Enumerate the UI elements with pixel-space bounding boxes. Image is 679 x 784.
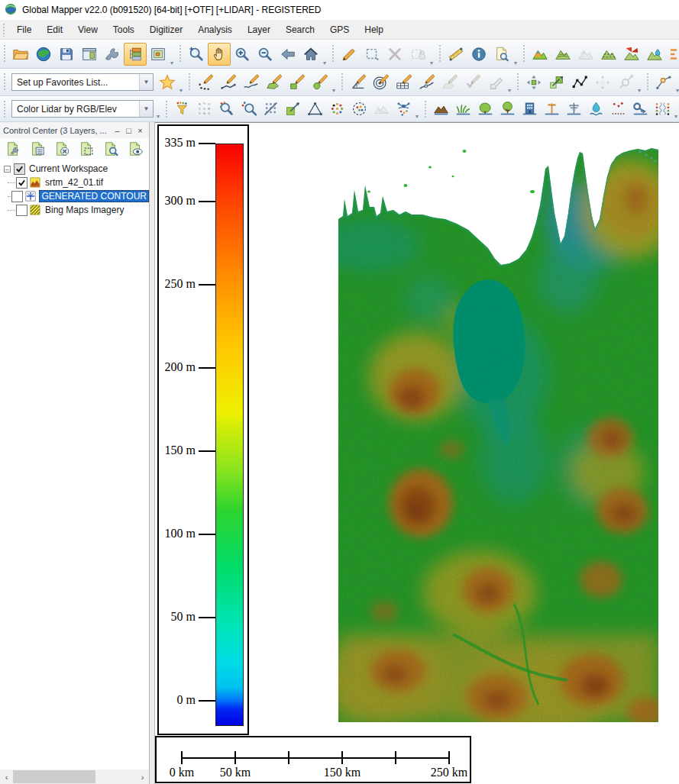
- viewshed-analysis-button[interactable]: [620, 43, 643, 66]
- classify-water-button[interactable]: [585, 98, 607, 119]
- toolbar-overflow-icon[interactable]: ▾: [157, 114, 160, 120]
- terrain-painting-button[interactable]: [574, 43, 597, 66]
- pan-tool-button[interactable]: [208, 43, 231, 66]
- toolbar-grip[interactable]: [179, 44, 183, 64]
- map-view[interactable]: [338, 146, 658, 722]
- previous-view-button[interactable]: [276, 43, 299, 66]
- toolbar-overflow-icon[interactable]: ▾: [638, 88, 641, 94]
- layer-checkbox[interactable]: [16, 205, 27, 216]
- map-view-button[interactable]: [78, 43, 101, 66]
- compare-point-clouds-button[interactable]: [652, 98, 674, 119]
- layer-tree-item-generated-contour[interactable]: GENERATED CONTOUR: [0, 189, 149, 203]
- classify-poles-button[interactable]: [541, 98, 563, 119]
- favorites-star-button[interactable]: [156, 71, 179, 94]
- toolbar-overflow-icon[interactable]: ▾: [323, 60, 326, 66]
- toolbar-overflow-icon[interactable]: ▾: [674, 114, 677, 120]
- snap-vertex-button[interactable]: [652, 71, 675, 94]
- tree-expander-icon[interactable]: –: [4, 166, 11, 173]
- menu-item-gps[interactable]: GPS: [322, 24, 357, 35]
- classify-low-vegetation-button[interactable]: [452, 98, 474, 119]
- menu-item-search[interactable]: Search: [278, 24, 322, 35]
- toolbar-grip[interactable]: [188, 73, 192, 92]
- hide-layer-button[interactable]: [124, 139, 146, 158]
- move-selected-button[interactable]: [591, 71, 614, 94]
- create-range-rings-button[interactable]: [370, 71, 393, 94]
- toolbar-grip[interactable]: [3, 44, 7, 64]
- verify-feature-button[interactable]: [461, 71, 484, 94]
- toolbar-grip[interactable]: [165, 100, 169, 118]
- watershed-analysis-button[interactable]: [597, 43, 620, 66]
- rotate-scale-button[interactable]: [614, 71, 637, 94]
- download-online-data-button[interactable]: [32, 43, 55, 66]
- toolbar-grip[interactable]: [3, 100, 7, 118]
- layer-options-button[interactable]: [2, 139, 24, 158]
- minimize-button[interactable]: –: [112, 126, 123, 135]
- create-grid-button[interactable]: [393, 71, 415, 94]
- create-buffer-button[interactable]: [438, 71, 461, 94]
- create-line-angle-button[interactable]: x°: [347, 71, 370, 94]
- generate-contours-button[interactable]: [551, 43, 574, 66]
- menu-item-edit[interactable]: Edit: [39, 24, 70, 35]
- paste-features-button[interactable]: [406, 43, 429, 66]
- horizontal-scrollbar[interactable]: ‹ ›: [0, 769, 149, 784]
- toolbar-overflow-icon[interactable]: ▾: [332, 88, 335, 94]
- lidar-toggle-points-button[interactable]: [260, 98, 282, 119]
- layer-tree-item-srtm-42-01-tif[interactable]: srtm_42_01.tif: [0, 176, 149, 189]
- toolbar-overflow-icon[interactable]: ▾: [508, 88, 511, 94]
- lidar-apply-colors-button[interactable]: [193, 98, 215, 119]
- menu-item-view[interactable]: View: [70, 24, 105, 35]
- toolbar-grip[interactable]: [516, 73, 520, 92]
- classify-keypoints-button[interactable]: [629, 98, 652, 119]
- crop-layer-button[interactable]: [76, 139, 97, 158]
- lidar-filter-button[interactable]: [171, 98, 193, 119]
- classify-powerlines-button[interactable]: [563, 98, 585, 119]
- move-feature-button[interactable]: [522, 71, 545, 94]
- classify-noise-button[interactable]: [607, 98, 629, 119]
- lidar-extract-button[interactable]: [282, 98, 304, 119]
- layer-checkbox[interactable]: [11, 191, 23, 202]
- close-button[interactable]: ×: [134, 126, 146, 135]
- select-features-button[interactable]: [361, 43, 383, 66]
- menu-item-layer[interactable]: Layer: [240, 24, 278, 35]
- toolbar-grip[interactable]: [424, 100, 428, 118]
- toolbar-overflow-icon[interactable]: ▾: [415, 114, 419, 120]
- create-line-button[interactable]: [217, 71, 240, 94]
- scrollbar-track[interactable]: [13, 769, 136, 784]
- create-circle-button[interactable]: [309, 71, 331, 94]
- scroll-right-icon[interactable]: ›: [136, 769, 149, 784]
- lidar-auto-classify-button[interactable]: [326, 98, 348, 119]
- zoom-tool-button[interactable]: [185, 43, 208, 66]
- lidar-zoom-selected-button[interactable]: [238, 98, 260, 119]
- toolbar-overflow-icon[interactable]: ▾: [179, 88, 183, 94]
- feature-info-button[interactable]: [467, 43, 490, 66]
- lidar-grid-tin-button[interactable]: [370, 98, 393, 119]
- save-workspace-button[interactable]: [55, 43, 78, 66]
- toolbar-grip[interactable]: [3, 73, 7, 92]
- toolbar-grip[interactable]: [331, 44, 335, 64]
- full-view-button[interactable]: [299, 43, 322, 66]
- close-layer-button[interactable]: [51, 139, 73, 158]
- control-center-button[interactable]: [124, 43, 147, 66]
- toolbar-grip[interactable]: [438, 44, 442, 64]
- lidar-color-mode-combobox[interactable]: Color Lidar by RGB/Elev▼: [11, 100, 154, 118]
- scroll-left-icon[interactable]: ‹: [0, 769, 13, 784]
- edit-vertices-button[interactable]: [568, 71, 591, 94]
- classify-medium-vegetation-button[interactable]: [474, 98, 496, 119]
- lidar-create-tin-button[interactable]: [304, 98, 326, 119]
- create-freehand-button[interactable]: [240, 71, 263, 94]
- create-point-button[interactable]: [194, 71, 217, 94]
- create-rectangle-button[interactable]: [286, 71, 309, 94]
- layer-tree-item-bing-maps-imagery[interactable]: Bing Maps Imagery: [0, 203, 149, 217]
- maximize-button[interactable]: □: [123, 126, 134, 135]
- lidar-select-radius-button[interactable]: [348, 98, 370, 119]
- create-area-button[interactable]: [263, 71, 286, 94]
- zoom-out-button[interactable]: [254, 43, 276, 66]
- layer-metadata-button[interactable]: [27, 139, 48, 158]
- zoom-in-button[interactable]: [231, 43, 254, 66]
- layer-checkbox[interactable]: [16, 177, 27, 189]
- chevron-down-icon[interactable]: ▼: [139, 101, 153, 117]
- create-curve-button[interactable]: [415, 71, 438, 94]
- terrain-extra-button[interactable]: [666, 43, 679, 66]
- menu-item-file[interactable]: File: [9, 24, 39, 35]
- overview-map-button[interactable]: [147, 43, 170, 66]
